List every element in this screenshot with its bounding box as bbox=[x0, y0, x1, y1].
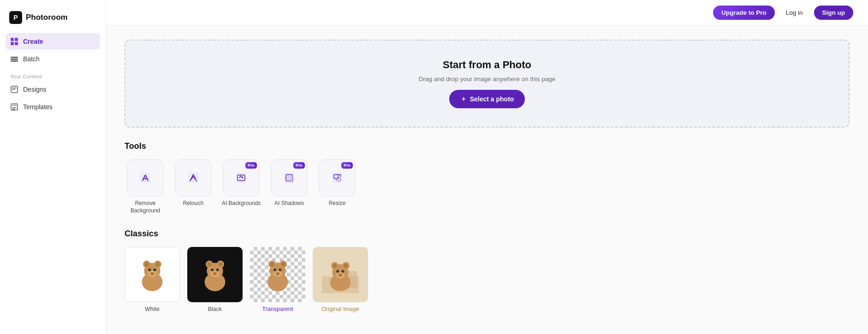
bear-white-svg bbox=[134, 256, 171, 293]
ai-backgrounds-svg bbox=[235, 171, 248, 184]
svg-point-54 bbox=[274, 269, 277, 271]
svg-point-72 bbox=[343, 270, 344, 271]
classic-white[interactable]: White bbox=[125, 247, 180, 312]
tools-grid: Remove Background Retouch bbox=[125, 159, 850, 214]
content-nav: Designs Templates bbox=[6, 81, 100, 115]
svg-point-57 bbox=[280, 269, 281, 270]
classic-black-label: Black bbox=[208, 306, 222, 312]
classic-original[interactable]: Original Image bbox=[313, 247, 368, 312]
ai-shadows-svg bbox=[283, 171, 296, 184]
sidebar-item-templates[interactable]: Templates bbox=[6, 99, 100, 115]
svg-point-30 bbox=[149, 269, 150, 270]
your-content-label: Your Content bbox=[6, 67, 100, 81]
tool-retouch-icon-box bbox=[175, 159, 212, 196]
svg-point-28 bbox=[149, 269, 151, 271]
tool-ai-shadows-label: AI Shadows bbox=[274, 200, 304, 207]
upgrade-button[interactable]: Upgrade to Pro bbox=[713, 6, 775, 20]
classic-transparent-label: Transparent bbox=[262, 306, 293, 312]
hero-dropzone[interactable]: Start from a Photo Drag and drop your im… bbox=[125, 40, 850, 128]
svg-point-69 bbox=[337, 270, 339, 273]
svg-point-52 bbox=[281, 262, 285, 267]
signup-button[interactable]: Sign up bbox=[814, 6, 854, 20]
tool-retouch-label: Retouch bbox=[183, 200, 204, 207]
classic-black[interactable]: Black bbox=[187, 247, 243, 312]
svg-point-59 bbox=[277, 274, 278, 275]
batch-icon bbox=[10, 55, 18, 63]
tool-ai-backgrounds-icon-box: Pro bbox=[223, 159, 260, 196]
plus-icon: ＋ bbox=[460, 95, 467, 103]
svg-rect-5 bbox=[11, 59, 18, 60]
tool-resize[interactable]: Pro Resize bbox=[316, 159, 358, 214]
classic-transparent-box bbox=[250, 247, 305, 302]
tool-retouch[interactable]: Retouch bbox=[172, 159, 214, 214]
classic-original-label: Original Image bbox=[321, 306, 359, 312]
svg-rect-0 bbox=[11, 38, 14, 41]
tools-section: Tools Remove Background bbox=[125, 141, 850, 214]
svg-rect-10 bbox=[140, 173, 150, 183]
sidebar-item-designs-label: Designs bbox=[23, 86, 47, 93]
svg-rect-4 bbox=[11, 57, 18, 58]
svg-point-26 bbox=[155, 262, 160, 267]
sidebar-item-designs[interactable]: Designs bbox=[6, 81, 100, 98]
designs-icon bbox=[10, 85, 18, 94]
classics-section: Classics bbox=[125, 229, 850, 312]
tool-remove-background[interactable]: Remove Background bbox=[125, 159, 166, 214]
retouch-svg bbox=[187, 171, 200, 184]
svg-point-43 bbox=[212, 269, 213, 270]
pro-badge-resize: Pro bbox=[341, 162, 353, 169]
select-photo-button[interactable]: ＋ Select a photo bbox=[449, 90, 525, 108]
svg-point-51 bbox=[270, 262, 274, 267]
logo-icon: P bbox=[9, 11, 22, 24]
resize-svg bbox=[331, 171, 344, 184]
tool-remove-background-icon-box bbox=[127, 159, 164, 196]
tool-ai-shadows[interactable]: Pro AI Shadows bbox=[268, 159, 310, 214]
tool-remove-background-label: Remove Background bbox=[125, 200, 166, 214]
main-nav: Create Batch bbox=[6, 33, 100, 67]
tools-heading: Tools bbox=[125, 141, 850, 151]
svg-point-14 bbox=[242, 177, 244, 178]
svg-rect-1 bbox=[15, 38, 18, 41]
bear-black-svg bbox=[196, 256, 233, 293]
sidebar-item-batch[interactable]: Batch bbox=[6, 51, 100, 67]
create-icon bbox=[10, 37, 18, 46]
svg-point-67 bbox=[344, 264, 348, 268]
classic-transparent[interactable]: Transparent bbox=[250, 247, 305, 312]
svg-point-42 bbox=[216, 269, 219, 271]
bear-original-svg bbox=[322, 256, 359, 293]
svg-point-41 bbox=[211, 269, 214, 271]
sidebar: P Photoroom Create bbox=[0, 0, 106, 334]
tool-ai-shadows-icon-box: Pro bbox=[271, 159, 308, 196]
svg-rect-17 bbox=[287, 176, 293, 182]
classic-white-label: White bbox=[145, 306, 160, 312]
remove-bg-svg bbox=[139, 171, 152, 184]
select-photo-label: Select a photo bbox=[470, 95, 514, 103]
tool-ai-backgrounds-label: AI Backgrounds bbox=[222, 200, 261, 207]
pro-badge-ai-shadows: Pro bbox=[293, 162, 305, 169]
templates-icon bbox=[10, 103, 18, 111]
svg-point-44 bbox=[218, 269, 219, 270]
pro-badge-ai-backgrounds: Pro bbox=[245, 162, 257, 169]
svg-point-70 bbox=[342, 270, 345, 273]
tool-resize-icon-box: Pro bbox=[319, 159, 356, 196]
svg-point-29 bbox=[154, 269, 156, 271]
sidebar-item-batch-label: Batch bbox=[23, 55, 40, 63]
tool-resize-label: Resize bbox=[329, 200, 346, 207]
svg-point-33 bbox=[151, 274, 153, 275]
classic-original-box bbox=[313, 247, 368, 302]
login-button[interactable]: Log in bbox=[780, 6, 809, 20]
svg-point-39 bbox=[218, 262, 223, 267]
logo: P Photoroom bbox=[6, 7, 100, 33]
classic-white-box bbox=[125, 247, 180, 302]
sidebar-item-create[interactable]: Create bbox=[6, 33, 100, 50]
logo-text: Photoroom bbox=[26, 13, 68, 22]
tool-ai-backgrounds[interactable]: Pro AI Backgrounds bbox=[220, 159, 262, 214]
svg-rect-9 bbox=[11, 104, 18, 106]
classics-heading: Classics bbox=[125, 229, 850, 239]
hero-title: Start from a Photo bbox=[443, 59, 531, 71]
bear-transparent-svg bbox=[259, 256, 296, 293]
svg-point-25 bbox=[144, 262, 149, 267]
svg-point-71 bbox=[338, 270, 339, 271]
svg-point-55 bbox=[279, 269, 282, 271]
svg-rect-2 bbox=[11, 42, 14, 45]
svg-rect-6 bbox=[11, 60, 18, 62]
